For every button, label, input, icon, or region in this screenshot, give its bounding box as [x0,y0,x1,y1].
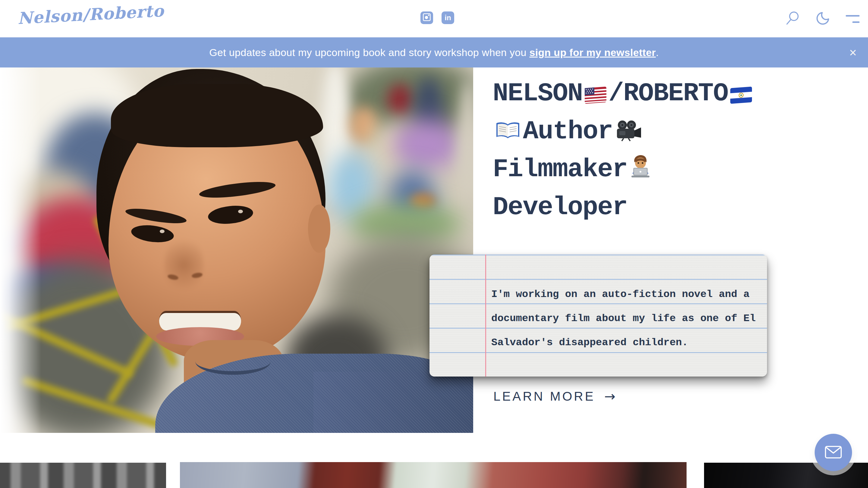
moon-icon [815,11,830,27]
heading-line-author: Author [493,114,848,152]
newsletter-signup-link[interactable]: sign up for my newsletter [530,47,656,58]
banner-close-button[interactable]: × [844,37,862,67]
movie-camera-icon [615,117,642,152]
heading-line-names: NELSON/ROBERTO [493,76,848,114]
note-card: I'm working on an auto-fiction novel and… [430,255,767,377]
site-header: Nelson/Roberto in [0,0,868,37]
newsletter-banner: Get updates about my upcoming book and s… [0,37,868,67]
linkedin-icon: in [444,13,451,22]
search-button[interactable] [786,11,800,27]
banner-text: Get updates about my upcoming book and s… [209,47,658,59]
menu-icon-bar [852,22,860,23]
heading-roberto: /ROBERTO [609,78,728,108]
header-social-links: in [421,11,454,24]
hero-heading: NELSON/ROBERTO Author Filmmaker Develope… [493,76,848,225]
note-card-line: documentary film about my life as one of… [491,306,755,330]
el-salvador-flag-icon [730,79,752,114]
learn-more-label: LEARN MORE [493,389,595,404]
learn-more-link[interactable]: LEARN MORE → [493,389,615,404]
linkedin-link[interactable]: in [441,11,454,24]
us-flag-icon [584,79,607,114]
menu-button[interactable] [846,15,860,23]
instagram-link[interactable] [421,11,433,24]
banner-text-after: . [656,47,659,58]
note-card-text: I'm working on an auto-fiction novel and… [491,282,755,355]
banner-text-before: Get updates about my upcoming book and s… [209,47,529,58]
open-book-icon [495,117,521,152]
instagram-icon [423,13,431,22]
site-logo[interactable]: Nelson/Roberto [17,1,164,28]
archive-photo-thumbnail[interactable] [0,463,166,488]
note-card-line: Salvador's disappeared children. [491,330,755,355]
film-still-thumbnail[interactable] [180,462,687,488]
heading-developer: Developer [493,193,627,222]
menu-icon [846,15,860,17]
note-card-line: I'm working on an auto-fiction novel and… [491,282,755,306]
heading-line-filmmaker: Filmmaker [493,152,848,190]
dark-mode-toggle[interactable] [815,11,830,27]
arrow-right-icon: → [604,389,615,404]
note-card-margin-line [485,255,486,377]
header-actions [786,11,860,27]
heading-filmmaker: Filmmaker [493,155,627,184]
contact-email-button[interactable] [815,434,852,471]
page: Nelson/Roberto in [0,0,868,488]
search-icon [786,11,800,27]
heading-line-developer: Developer [493,190,848,225]
hero-portrait-photo [0,67,473,433]
man-technologist-icon [629,154,652,190]
heading-author: Author [523,117,613,146]
envelope-icon [825,446,842,459]
heading-nelson: NELSON [493,78,583,108]
